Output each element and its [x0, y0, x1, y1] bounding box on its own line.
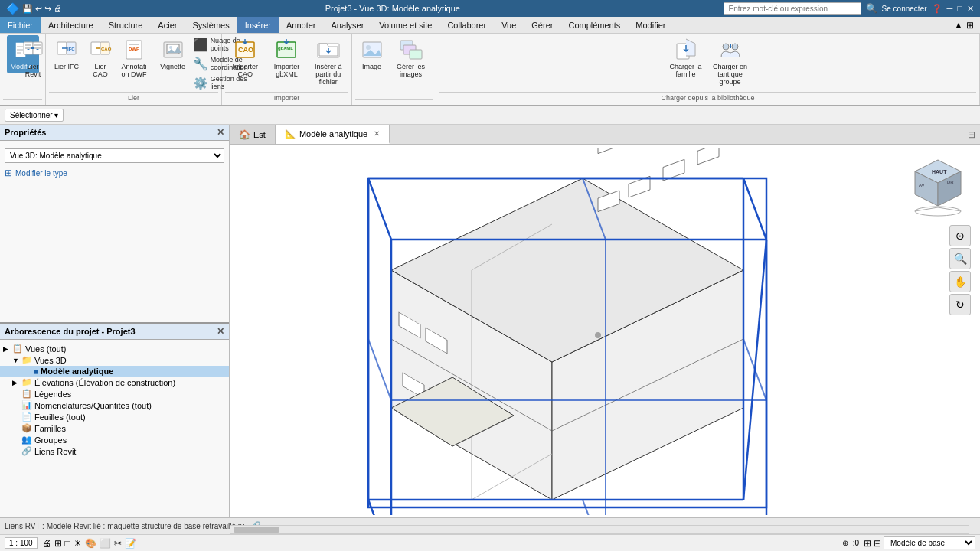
detail-level-icon[interactable]: ⊞: [54, 538, 62, 549]
tree-item-vues-tout[interactable]: ▶ 📋 Vues (tout): [0, 343, 229, 354]
coordinate-icon: ⊕: [842, 539, 848, 547]
tab-modele-analytique[interactable]: 📐 Modèle analytique ✕: [276, 125, 390, 144]
menu-complements[interactable]: Compléments: [560, 17, 628, 33]
menu-systemes[interactable]: Systèmes: [185, 17, 237, 33]
vignette-icon: [161, 37, 185, 62]
tree-item-liens-revit[interactable]: 🔗 Liens Revit: [0, 445, 229, 457]
menu-volume[interactable]: Volume et site: [371, 17, 439, 33]
ribbon-btn-lier-ifc[interactable]: IFC Lier IFC: [51, 35, 83, 73]
tree-item-nomenclatures[interactable]: 📊 Nomenclatures/Quantités (tout): [0, 399, 229, 411]
menu-structure[interactable]: Structure: [101, 17, 151, 33]
tree-item-modele-analytique[interactable]: ■ Modèle analytique: [0, 366, 229, 377]
viewport-canvas[interactable]: .wall { fill: #f0f0f0; stroke: #333; str…: [230, 145, 980, 517]
render-icon[interactable]: 🎨: [85, 538, 96, 549]
ribbon-group-image: Image Gérer les images: [352, 34, 436, 105]
undo-icon[interactable]: ↩: [35, 4, 42, 14]
ribbon-btn-charger-famille[interactable]: Charger la famille: [665, 35, 707, 81]
annotation-icon[interactable]: 📝: [125, 538, 136, 549]
visual-style-icon[interactable]: □: [65, 538, 70, 549]
annotation-dwf-icon: DWF: [122, 37, 146, 62]
menu-inserer[interactable]: Insérer: [237, 17, 279, 33]
tree-item-groupes[interactable]: 👥 Groupes: [0, 434, 229, 445]
nav-cube[interactable]: HAUT AVT DRT: [907, 156, 969, 217]
select-button[interactable]: Sélectionner ▾: [5, 109, 64, 122]
ribbon-btn-lier-revit[interactable]: Lier Revit: [17, 35, 49, 81]
ribbon-btn-lier-cao[interactable]: CAO Lier CAO: [84, 35, 116, 81]
help-icon[interactable]: ❓: [932, 4, 942, 14]
properties-close-button[interactable]: ✕: [217, 127, 224, 138]
ribbon-btn-vignette[interactable]: Vignette: [157, 35, 189, 73]
liens-revit-label: Liens Revit: [34, 447, 76, 456]
menu-architecture[interactable]: Architecture: [41, 17, 101, 33]
worksets-icon[interactable]: ⊞: [864, 538, 871, 549]
maximize-icon[interactable]: □: [957, 4, 962, 13]
nav-zoom-fit-button[interactable]: ⊙: [949, 225, 971, 246]
close-icon[interactable]: ✕: [967, 4, 974, 14]
nav-pan-button[interactable]: ✋: [949, 271, 971, 292]
properties-content: Vue 3D: Modèle analytique ⊞ Modifier le …: [0, 141, 229, 322]
svg-line-66: [743, 178, 766, 240]
menu-gerer[interactable]: Gérer: [524, 17, 560, 33]
nav-zoom-button[interactable]: 🔍: [949, 248, 971, 269]
menu-collaborer[interactable]: Collaborer: [439, 17, 494, 33]
horizontal-scrollbar[interactable]: [230, 525, 969, 534]
nav-rotate-button[interactable]: ↻: [949, 294, 971, 315]
menu-modifier[interactable]: Modifier: [628, 17, 673, 33]
minimize-icon[interactable]: ─: [947, 4, 953, 13]
tree-close-button[interactable]: ✕: [217, 326, 224, 337]
menu-fichier[interactable]: Fichier: [0, 17, 41, 33]
charger-groupe-icon: [718, 37, 743, 62]
scrollbar-thumb[interactable]: [234, 527, 279, 533]
lier-revit-icon: [21, 37, 45, 62]
save-icon[interactable]: 💾: [22, 4, 33, 14]
sun-shadow-icon[interactable]: ☀: [74, 538, 82, 549]
status-icons: 🖨 ⊞ □ ☀ 🎨 ⬜ ✂ 📝: [42, 538, 136, 549]
ribbon-btn-importer-cao[interactable]: CAO Importer CAO: [225, 35, 265, 81]
left-panel: Propriétés ✕ Vue 3D: Modèle analytique ⊞…: [0, 125, 230, 517]
tree-item-familles[interactable]: 📦 Familles: [0, 422, 229, 434]
svg-line-79: [743, 339, 766, 400]
elevations-icon: 📁: [21, 377, 32, 387]
ribbon-btn-charger-groupe[interactable]: Charger en tant que groupe: [709, 35, 752, 89]
search-icon[interactable]: 🔍: [866, 3, 877, 14]
tree-item-legendes[interactable]: 📋 Légendes: [0, 388, 229, 399]
viewport-tabs: 🏠 Est 📐 Modèle analytique ✕ ⊟: [230, 125, 980, 145]
select-bar: Sélectionner ▾: [0, 106, 980, 125]
ribbon-btn-gerer-images[interactable]: Gérer les images: [390, 35, 433, 81]
design-options-icon[interactable]: ⊟: [874, 538, 881, 549]
crop-view-icon[interactable]: ✂: [114, 538, 122, 549]
svg-rect-37: [410, 50, 422, 59]
viewport-maximize-icon[interactable]: ⊟: [968, 129, 975, 140]
print-icon[interactable]: 🖨: [54, 4, 62, 14]
tree-item-feuilles[interactable]: 📄 Feuilles (tout): [0, 411, 229, 422]
search-input[interactable]: [724, 2, 861, 15]
connect-label[interactable]: Se connecter: [882, 5, 927, 13]
modify-type-button[interactable]: Modifier le type: [15, 169, 67, 178]
view-type-select[interactable]: Vue 3D: Modèle analytique: [5, 148, 224, 163]
menu-acier[interactable]: Acier: [150, 17, 185, 33]
ribbon-btn-image[interactable]: Image: [356, 35, 388, 73]
menu-annoter[interactable]: Annoter: [279, 17, 324, 33]
ribbon-btn-inserer-fichier[interactable]: Insérer à partir du fichier: [309, 35, 348, 89]
window-restore-icon[interactable]: ⊞: [966, 20, 974, 31]
elevations-label: Élévations (Élévation de construction): [34, 378, 175, 387]
redo-icon[interactable]: ↪: [44, 4, 51, 14]
charger-famille-label: Charger la famille: [668, 64, 704, 79]
model-mode-select[interactable]: Modèle de base: [884, 536, 975, 549]
nomenclatures-label: Nomenclatures/Quantités (tout): [34, 401, 152, 410]
tab-est[interactable]: 🏠 Est: [230, 125, 276, 144]
menu-vue[interactable]: Vue: [494, 17, 524, 33]
menu-analyser[interactable]: Analyser: [324, 17, 372, 33]
ribbon-btn-annotation-dwf[interactable]: DWF Annotation DWF: [118, 35, 150, 81]
section-box-icon[interactable]: ⬜: [100, 538, 111, 549]
familles-label: Familles: [34, 424, 66, 433]
svg-text:CAO: CAO: [238, 46, 253, 54]
ribbon-btn-importer-gbxml[interactable]: gbXML Importer gbXML: [266, 35, 306, 81]
tab-ma-close-button[interactable]: ✕: [374, 129, 380, 138]
tree-item-vues3d[interactable]: ▼ 📁 Vues 3D: [0, 354, 229, 366]
print-status-icon[interactable]: 🖨: [42, 538, 51, 549]
ribbon-collapse-icon[interactable]: ▲: [954, 20, 963, 31]
tree-item-elevations[interactable]: ▶ 📁 Élévations (Élévation de constructio…: [0, 377, 229, 388]
svg-text:DRT: DRT: [947, 180, 957, 184]
nomenclatures-icon: 📊: [21, 400, 32, 410]
